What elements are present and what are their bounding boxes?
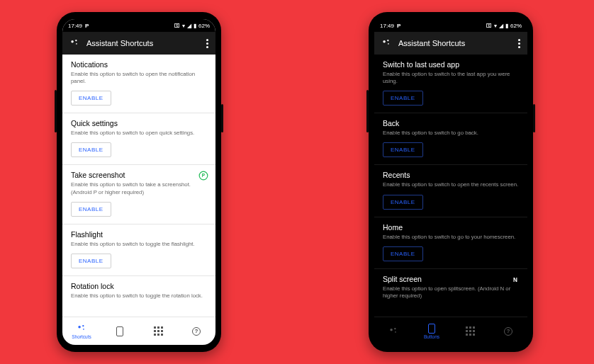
bottom-nav: Buttons ?: [374, 317, 527, 345]
screen-dark: 17:49 P ⚿ ▾ ◢ ▮ 62% Assistant Shortcuts …: [374, 19, 527, 345]
nav-help[interactable]: ?: [177, 317, 215, 345]
card-desc: Enable this option to switch to open qui…: [71, 130, 207, 137]
nav-shortcuts[interactable]: Shortcuts: [62, 317, 101, 345]
nav-apps[interactable]: [139, 317, 177, 345]
card-desc: Enable this option to switch to toggle t…: [71, 292, 207, 300]
notch: [419, 19, 483, 30]
overflow-menu-icon[interactable]: [206, 39, 208, 48]
card-desc: Enable this option to switch to take a s…: [71, 181, 207, 195]
enable-button[interactable]: ENABLE: [383, 142, 423, 157]
app-title: Assistant Shortcuts: [398, 39, 511, 47]
status-time: 17:49: [68, 23, 82, 29]
battery-icon: ▮: [505, 23, 508, 29]
enable-button[interactable]: ENABLE: [71, 142, 111, 157]
nav-label: Shortcuts: [72, 334, 91, 339]
card-notifications: Notications Enable this option to switch…: [62, 55, 215, 113]
wifi-icon: ▾: [494, 23, 497, 29]
card-home: Home Enable this option to switch to go …: [374, 217, 527, 269]
svg-point-5: [78, 326, 81, 329]
nav-help[interactable]: ?: [489, 317, 527, 345]
help-icon: ?: [192, 327, 201, 336]
wifi-icon: ▾: [182, 23, 185, 29]
card-flashlight: Flashlight Enable this option to switch …: [62, 224, 215, 276]
screen-light: 17:49 P ⚿ ▾ ◢ ▮ 62% Assistant Shortcuts …: [62, 19, 215, 345]
nav-buttons[interactable]: [101, 317, 139, 345]
phone-icon: [116, 326, 123, 336]
card-quick-settings: Quick settings Enable this option to swi…: [62, 113, 215, 165]
shortcuts-icon: [388, 326, 398, 336]
signal-icon: ◢: [499, 23, 503, 29]
card-title: Rotation lock: [71, 282, 207, 290]
card-rotation-lock: Rotation lock Enable this option to swit…: [62, 276, 215, 307]
svg-point-6: [82, 325, 84, 326]
app-title: Assistant Shortcuts: [86, 39, 199, 47]
android-p-badge-icon: P: [198, 171, 208, 181]
content-dark[interactable]: Switch to last used app Enable this opti…: [374, 55, 527, 317]
card-recents: Recents Enable this option to switch to …: [374, 165, 527, 217]
status-indicator: P: [85, 23, 89, 29]
card-title: Back: [383, 119, 519, 127]
app-bar: Assistant Shortcuts: [62, 32, 215, 55]
key-icon: ⚿: [174, 23, 180, 29]
status-battery: 62%: [198, 23, 210, 29]
card-title: Split screen: [383, 275, 519, 283]
enable-button[interactable]: ENABLE: [71, 202, 111, 217]
help-icon: ?: [504, 327, 512, 336]
svg-point-12: [390, 329, 393, 331]
card-take-screenshot: P Take screenshot Enable this option to …: [62, 165, 215, 224]
svg-point-1: [75, 40, 77, 41]
card-desc: Enable this option to switch to toggle t…: [71, 241, 207, 248]
phone-frame-light: 17:49 P ⚿ ▾ ◢ ▮ 62% Assistant Shortcuts …: [57, 12, 221, 352]
card-desc: Enable this option to switch to go back.: [383, 130, 519, 137]
nav-apps[interactable]: [451, 317, 489, 345]
phone-frame-dark: 17:49 P ⚿ ▾ ◢ ▮ 62% Assistant Shortcuts …: [369, 12, 533, 352]
enable-button[interactable]: ENABLE: [383, 195, 423, 210]
card-desc: Enable this option to switch to open the…: [383, 181, 519, 188]
enable-button[interactable]: ENABLE: [383, 91, 423, 106]
enable-button[interactable]: ENABLE: [71, 254, 111, 268]
svg-point-8: [383, 40, 386, 43]
svg-point-13: [394, 328, 396, 329]
app-logo-icon: [381, 38, 391, 49]
card-desc: Enable this option to switch to go to yo…: [383, 234, 519, 241]
card-title: Switch to last used app: [383, 60, 519, 69]
svg-point-7: [83, 329, 84, 330]
card-title: Home: [383, 223, 519, 232]
nav-shortcuts[interactable]: [374, 317, 413, 345]
card-title: Flashlight: [71, 230, 207, 239]
battery-icon: ▮: [194, 23, 196, 29]
svg-point-10: [388, 43, 389, 45]
card-title: Recents: [383, 171, 519, 179]
signal-icon: ◢: [187, 23, 191, 29]
status-right: ⚿ ▾ ◢ ▮ 62%: [174, 23, 210, 29]
phone-icon: [428, 324, 435, 334]
card-title: Quick settings: [71, 119, 207, 127]
svg-text:N: N: [513, 277, 517, 283]
apps-grid-icon: [466, 326, 475, 336]
card-title: Take screenshot: [71, 171, 207, 179]
android-n-badge-icon: N: [510, 275, 520, 285]
notch: [107, 19, 171, 30]
app-logo-icon: [69, 38, 79, 49]
status-battery: 62%: [510, 23, 522, 29]
enable-button[interactable]: ENABLE: [383, 246, 423, 261]
svg-point-0: [71, 40, 74, 43]
svg-point-14: [395, 331, 396, 333]
bottom-nav: Shortcuts ?: [62, 317, 215, 345]
status-right: ⚿ ▾ ◢ ▮ 62%: [486, 23, 522, 29]
apps-grid-icon: [154, 326, 163, 336]
nav-label: Buttons: [424, 334, 439, 339]
app-bar: Assistant Shortcuts: [374, 32, 527, 55]
card-split-screen: N Split screen Enable this option to ope…: [374, 269, 527, 307]
nav-buttons[interactable]: Buttons: [413, 317, 451, 345]
content-light[interactable]: Notications Enable this option to switch…: [62, 55, 215, 317]
card-desc: Enable this option to open splitscreen. …: [383, 285, 519, 300]
card-desc: Enable this option to switch to the last…: [383, 71, 519, 85]
key-icon: ⚿: [486, 23, 492, 29]
card-title: Notications: [71, 60, 207, 69]
card-last-app: Switch to last used app Enable this opti…: [374, 55, 527, 113]
card-back: Back Enable this option to switch to go …: [374, 113, 527, 165]
status-indicator: P: [397, 23, 400, 29]
enable-button[interactable]: ENABLE: [71, 91, 111, 106]
overflow-menu-icon[interactable]: [518, 39, 520, 48]
